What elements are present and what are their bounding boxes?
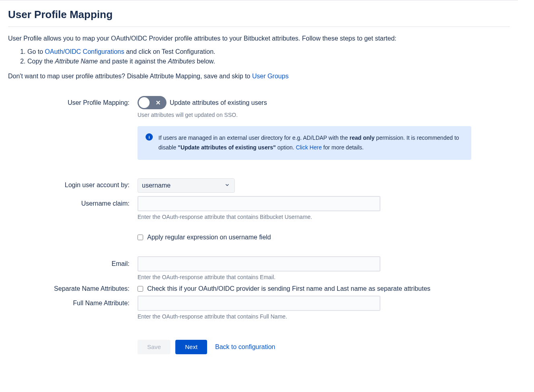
separate-name-checkbox[interactable]: [138, 286, 143, 292]
regex-checkbox[interactable]: [138, 235, 143, 240]
login-by-select[interactable]: username: [138, 178, 235, 193]
oauth-config-link[interactable]: OAuth/OIDC Configurations: [45, 48, 124, 55]
username-hint: Enter the OAuth-response attribute that …: [138, 214, 471, 220]
steps-list: Go to OAuth/OIDC Configurations and clic…: [8, 47, 510, 66]
info-post2: for more details.: [322, 144, 364, 151]
step2-post: below.: [195, 58, 215, 65]
email-input[interactable]: [138, 256, 380, 272]
username-input[interactable]: [138, 196, 380, 211]
fullname-field: Enter the OAuth-response attribute that …: [138, 296, 471, 320]
toggle-hint: User attributes will get updated on SSO.: [138, 112, 471, 118]
save-button[interactable]: Save: [138, 340, 170, 354]
user-groups-link[interactable]: User Groups: [252, 73, 289, 80]
info-post1: option.: [276, 144, 296, 151]
regex-field: Apply regular expression on username fie…: [138, 232, 471, 241]
form-grid: User Profile Mapping: ✕ Update attribute…: [8, 96, 510, 354]
sep-name-field: Check this if your OAuth/OIDC provider i…: [138, 284, 471, 292]
login-by-label: Login user account by:: [8, 178, 129, 189]
mapping-label: User Profile Mapping:: [8, 96, 129, 106]
regex-label[interactable]: Apply regular expression on username fie…: [147, 234, 271, 241]
click-here-link[interactable]: Click Here: [296, 144, 322, 151]
toggle-knob: [139, 97, 150, 108]
toggle-label: Update attributes of existing users: [170, 99, 267, 106]
step2-pre: Copy the: [27, 58, 55, 65]
username-label: Username claim:: [8, 196, 129, 207]
intro-text: User Profile allows you to map your OAut…: [8, 35, 510, 42]
email-hint: Enter the OAuth-response attribute that …: [138, 274, 471, 280]
email-label: Email:: [8, 256, 129, 267]
info-panel: i If users are managed in an external us…: [138, 126, 471, 160]
disable-mapping-text: Don't want to map user profile attribute…: [8, 73, 510, 80]
info-bold2: "Update attributes of existing users": [178, 144, 276, 151]
step2-em1: Attribute Name: [55, 58, 98, 65]
back-to-config-link[interactable]: Back to configuration: [212, 343, 278, 351]
fullname-label: Full Name Attribute:: [8, 296, 129, 307]
info-pre: If users are managed in an external user…: [158, 135, 349, 141]
close-icon: ✕: [156, 99, 161, 106]
fullname-hint: Enter the OAuth-response attribute that …: [138, 313, 471, 320]
username-field: Enter the OAuth-response attribute that …: [138, 196, 471, 220]
step-1: Go to OAuth/OIDC Configurations and clic…: [27, 47, 510, 57]
email-field: Enter the OAuth-response attribute that …: [138, 256, 471, 280]
update-attributes-toggle[interactable]: ✕: [138, 96, 166, 109]
separate-name-text[interactable]: Check this if your OAuth/OIDC provider i…: [147, 285, 430, 292]
page-title: User Profile Mapping: [8, 8, 510, 27]
fullname-input[interactable]: [138, 296, 380, 311]
info-bold1: read only: [349, 135, 374, 141]
step2-mid: and paste it against the: [98, 58, 168, 65]
page-container: User Profile Mapping User Profile allows…: [0, 0, 518, 362]
step2-em2: Attributes: [168, 58, 195, 65]
step1-post: and click on Test Configuration.: [124, 48, 216, 55]
step1-pre: Go to: [27, 48, 45, 55]
button-row: Save Next Back to configuration: [138, 340, 471, 354]
info-icon: i: [146, 133, 153, 141]
next-button[interactable]: Next: [175, 340, 207, 354]
sep-name-label: Separate Name Attributes:: [8, 284, 129, 292]
step-2: Copy the Attribute Name and paste it aga…: [27, 57, 510, 66]
mapping-field: ✕ Update attributes of existing users Us…: [138, 96, 471, 160]
disable-pre: Don't want to map user profile attribute…: [8, 73, 252, 80]
login-by-field: username: [138, 178, 471, 193]
